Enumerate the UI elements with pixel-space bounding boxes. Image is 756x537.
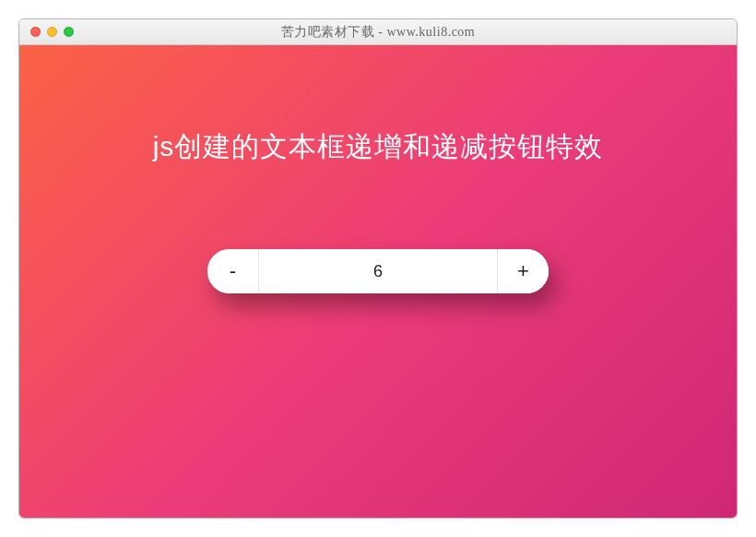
decrement-button[interactable]: - xyxy=(207,249,259,293)
traffic-lights xyxy=(19,27,74,37)
window-title: 苦力吧素材下载 - www.kuli8.com xyxy=(19,24,737,41)
stepper-value[interactable]: 6 xyxy=(259,249,497,293)
titlebar: 苦力吧素材下载 - www.kuli8.com xyxy=(19,19,737,45)
content-area: js创建的文本框递增和递减按钮特效 - 6 + xyxy=(19,45,737,518)
increment-button[interactable]: + xyxy=(497,249,549,293)
page-heading: js创建的文本框递增和递减按钮特效 xyxy=(153,128,604,166)
minimize-icon[interactable] xyxy=(47,27,57,37)
quantity-stepper: - 6 + xyxy=(207,249,549,293)
maximize-icon[interactable] xyxy=(64,27,74,37)
browser-window: 苦力吧素材下载 - www.kuli8.com js创建的文本框递增和递减按钮特… xyxy=(18,18,738,519)
close-icon[interactable] xyxy=(30,27,41,37)
